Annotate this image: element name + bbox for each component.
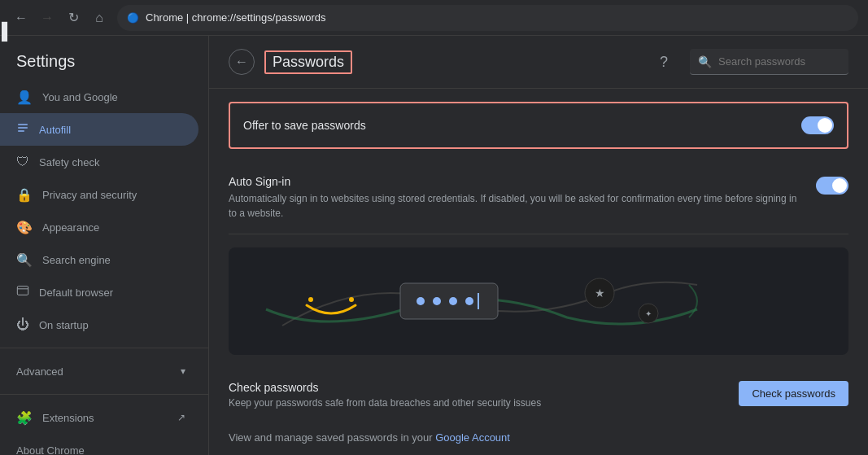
sidebar-item-appearance[interactable]: 🎨 Appearance — [0, 211, 198, 243]
person-icon: 👤 — [16, 90, 33, 105]
manage-row: View and manage saved passwords in your … — [229, 422, 848, 453]
sidebar: Settings 👤 You and Google Autofill 🛡 Saf… — [0, 36, 208, 455]
main-container: Settings 👤 You and Google Autofill 🛡 Saf… — [0, 36, 868, 455]
site-icon: 🔵 — [127, 12, 139, 24]
sidebar-item-about-label: About Chrome — [16, 444, 85, 456]
svg-text:✦: ✦ — [645, 309, 652, 318]
illustration-box: ★ ✦ — [229, 247, 848, 355]
svg-rect-1 — [18, 127, 28, 128]
auto-signin-knob — [832, 178, 847, 193]
content-body: Offer to save passwords Auto Sign-in Aut… — [209, 89, 868, 455]
svg-rect-12 — [478, 293, 479, 309]
auto-signin-description: Automatically sign in to websites using … — [229, 191, 803, 221]
forward-button[interactable]: → — [36, 7, 59, 29]
help-button[interactable]: ? — [651, 49, 677, 75]
address-bar[interactable]: 🔵 Chrome | chrome://settings/passwords — [117, 5, 858, 31]
google-account-link[interactable]: Google Account — [435, 431, 510, 444]
password-illustration: ★ ✦ — [242, 260, 713, 342]
toggle-knob — [818, 118, 832, 133]
auto-signin-text: Auto Sign-in Automatically sign in to we… — [229, 175, 816, 221]
sidebar-item-on-startup[interactable]: ⏻ On startup — [0, 308, 198, 341]
sidebar-title: Settings — [0, 42, 208, 81]
sidebar-item-privacy-label: Privacy and security — [42, 189, 137, 201]
external-link-icon: ↗ — [177, 412, 185, 423]
sidebar-item-extensions[interactable]: 🧩 Extensions ↗ — [0, 401, 198, 434]
check-passwords-button[interactable]: Check passwords — [739, 381, 848, 406]
shield-icon: 🛡 — [16, 155, 29, 169]
sidebar-item-appearance-label: Appearance — [42, 221, 99, 234]
check-passwords-title: Check passwords — [229, 381, 726, 394]
appearance-icon: 🎨 — [16, 220, 33, 235]
offer-to-save-label: Offer to save passwords — [243, 119, 366, 132]
header-left: ← Passwords — [229, 49, 352, 75]
sidebar-item-label: You and Google — [42, 91, 118, 103]
offer-to-save-toggle[interactable] — [801, 116, 834, 134]
search-icon: 🔍 — [16, 252, 33, 268]
back-button[interactable]: ← — [10, 7, 33, 29]
sidebar-item-search-label: Search engine — [42, 254, 111, 266]
browser-icon — [16, 284, 29, 300]
content-header: ← Passwords ? 🔍 — [209, 36, 868, 89]
svg-text:★: ★ — [595, 287, 605, 300]
arrow-left-icon: ← — [235, 55, 248, 69]
auto-signin-toggle[interactable] — [816, 177, 848, 195]
sidebar-item-about[interactable]: About Chrome — [0, 434, 198, 455]
sidebar-item-browser-label: Default browser — [39, 287, 113, 299]
chevron-down-icon: ▾ — [181, 365, 185, 377]
search-passwords-bar[interactable]: 🔍 — [690, 49, 848, 75]
svg-rect-3 — [17, 287, 28, 295]
browser-chrome: ← → ↻ ⌂ 🔵 Chrome | chrome://settings/pas… — [0, 0, 868, 36]
sidebar-divider — [0, 348, 208, 348]
sidebar-item-extensions-label: Extensions — [42, 412, 94, 424]
svg-rect-4 — [17, 288, 28, 289]
advanced-label: Advanced — [16, 365, 63, 378]
sidebar-divider-2 — [0, 394, 208, 395]
help-icon: ? — [660, 54, 668, 71]
extensions-icon: 🧩 — [16, 410, 33, 426]
svg-point-6 — [349, 297, 354, 302]
sidebar-item-autofill-label: Autofill — [39, 124, 71, 136]
content-panel: ← Passwords ? 🔍 Offer to save passwords — [208, 36, 868, 455]
offer-to-save-row: Offer to save passwords — [229, 102, 848, 149]
nav-buttons: ← → ↻ ⌂ — [10, 7, 111, 29]
search-passwords-input[interactable] — [718, 55, 840, 68]
check-passwords-description: Keep your passwords safe from data breac… — [229, 397, 726, 409]
header-right: ? 🔍 — [651, 49, 848, 75]
svg-point-8 — [417, 297, 425, 305]
svg-point-11 — [465, 297, 473, 305]
auto-signin-title: Auto Sign-in — [229, 175, 803, 188]
reload-button[interactable]: ↻ — [62, 7, 85, 29]
svg-point-5 — [308, 297, 313, 302]
sidebar-item-you-and-google[interactable]: 👤 You and Google — [0, 81, 198, 113]
sidebar-item-safety-check[interactable]: 🛡 Safety check — [0, 146, 198, 178]
sidebar-advanced-section[interactable]: Advanced ▾ — [0, 355, 198, 387]
sidebar-item-safety-label: Safety check — [39, 156, 99, 168]
home-button[interactable]: ⌂ — [88, 7, 111, 29]
svg-point-10 — [449, 297, 457, 305]
manage-text: View and manage saved passwords in your — [229, 431, 435, 444]
page-title: Passwords — [264, 50, 352, 74]
check-passwords-section: Check passwords Keep your passwords safe… — [229, 368, 848, 422]
autofill-icon — [16, 121, 29, 138]
svg-rect-0 — [18, 124, 28, 125]
auto-signin-row: Auto Sign-in Automatically sign in to we… — [229, 162, 848, 234]
sidebar-item-privacy[interactable]: 🔒 Privacy and security — [0, 178, 198, 211]
lock-icon: 🔒 — [16, 187, 33, 203]
sidebar-item-search-engine[interactable]: 🔍 Search engine — [0, 243, 198, 276]
startup-icon: ⏻ — [16, 317, 29, 332]
sidebar-item-autofill[interactable]: Autofill — [0, 113, 198, 146]
svg-rect-2 — [18, 130, 24, 131]
sidebar-item-default-browser[interactable]: Default browser — [0, 276, 198, 308]
check-passwords-text: Check passwords Keep your passwords safe… — [229, 381, 726, 409]
search-passwords-icon: 🔍 — [698, 55, 712, 68]
passwords-back-button[interactable]: ← — [229, 49, 255, 75]
address-text: Chrome | chrome://settings/passwords — [146, 11, 326, 24]
sidebar-item-startup-label: On startup — [39, 319, 89, 331]
svg-point-9 — [433, 297, 441, 305]
